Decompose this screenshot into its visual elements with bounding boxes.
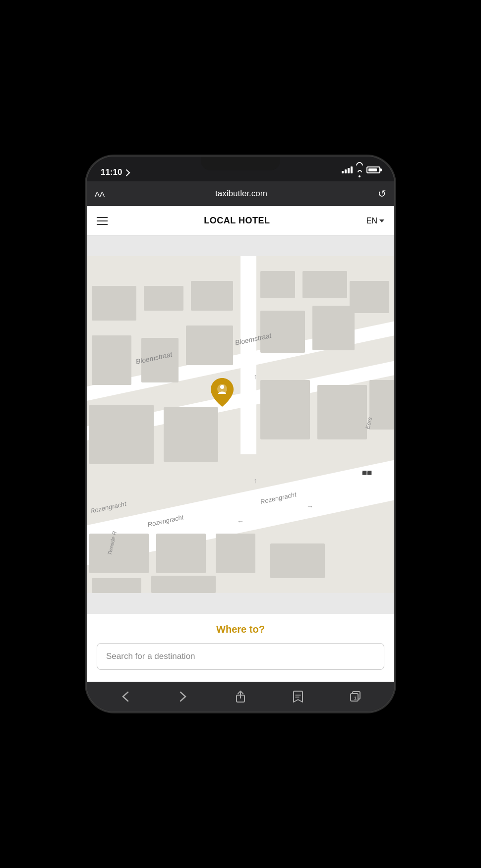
notch (201, 157, 280, 170)
svg-rect-16 (312, 306, 355, 350)
svg-rect-11 (350, 281, 389, 313)
svg-rect-6 (92, 286, 136, 321)
app-content: LOCAL HOTEL EN (87, 206, 394, 682)
hamburger-menu-button[interactable] (97, 217, 108, 225)
back-button[interactable] (113, 687, 138, 706)
svg-rect-18 (164, 407, 218, 462)
svg-rect-19 (260, 380, 310, 439)
svg-rect-5 (240, 256, 256, 454)
svg-rect-25 (270, 543, 325, 578)
wifi-icon (356, 162, 363, 177)
svg-rect-21 (369, 380, 394, 430)
language-selector[interactable]: EN (366, 217, 384, 225)
browser-bar: AA taxibutler.com ↺ (87, 181, 394, 206)
browser-url[interactable]: taxibutler.com (111, 189, 372, 199)
svg-rect-8 (191, 281, 233, 311)
svg-rect-12 (92, 335, 131, 385)
map-area[interactable]: ↑ ↑ ← → Bloemstraat Bloemstraat Rozengra… (87, 236, 394, 613)
browser-aa-button[interactable]: AA (95, 190, 105, 198)
svg-text:←: ← (237, 517, 244, 525)
map-svg: ↑ ↑ ← → Bloemstraat Bloemstraat Rozengra… (87, 236, 394, 613)
search-placeholder: Search for a destination (106, 651, 195, 661)
nav-bar: LOCAL HOTEL EN (87, 206, 394, 236)
status-time: 11:10 (101, 167, 129, 177)
svg-rect-14 (186, 326, 233, 365)
svg-text:↑: ↑ (254, 373, 257, 380)
app-title: LOCAL HOTEL (204, 216, 270, 226)
bookmarks-button[interactable] (286, 687, 310, 706)
svg-text:↑: ↑ (254, 477, 257, 485)
svg-rect-24 (216, 534, 255, 573)
search-box[interactable]: Search for a destination (97, 643, 384, 670)
language-label: EN (366, 217, 377, 225)
battery-icon (366, 166, 380, 173)
svg-text:⬛⬛: ⬛⬛ (362, 470, 372, 475)
location-pin (209, 377, 235, 410)
svg-text:1: 1 (354, 696, 357, 701)
svg-rect-26 (92, 578, 141, 593)
svg-rect-7 (144, 286, 183, 311)
bottom-nav: 1 (87, 682, 394, 711)
browser-refresh-button[interactable]: ↺ (378, 188, 386, 200)
tabs-button[interactable]: 1 (343, 687, 368, 706)
svg-text:→: → (306, 502, 313, 510)
share-button[interactable] (228, 687, 253, 706)
svg-rect-20 (317, 385, 367, 439)
where-to-title: Where to? (97, 624, 384, 635)
chevron-down-icon (379, 219, 384, 222)
forward-button[interactable] (171, 687, 195, 706)
svg-rect-10 (302, 271, 347, 298)
svg-rect-17 (89, 405, 154, 464)
phone-frame: 11:10 AA taxibutler.com ↺ (87, 157, 394, 711)
svg-rect-22 (89, 534, 149, 573)
location-arrow-icon (123, 169, 130, 176)
time-label: 11:10 (101, 167, 122, 177)
svg-point-41 (220, 385, 224, 389)
status-icons (342, 162, 380, 177)
signal-icon (342, 166, 353, 173)
bottom-panel: Where to? Search for a destination (87, 613, 394, 682)
svg-rect-9 (260, 271, 295, 298)
svg-rect-27 (151, 576, 216, 593)
svg-rect-23 (156, 534, 206, 573)
